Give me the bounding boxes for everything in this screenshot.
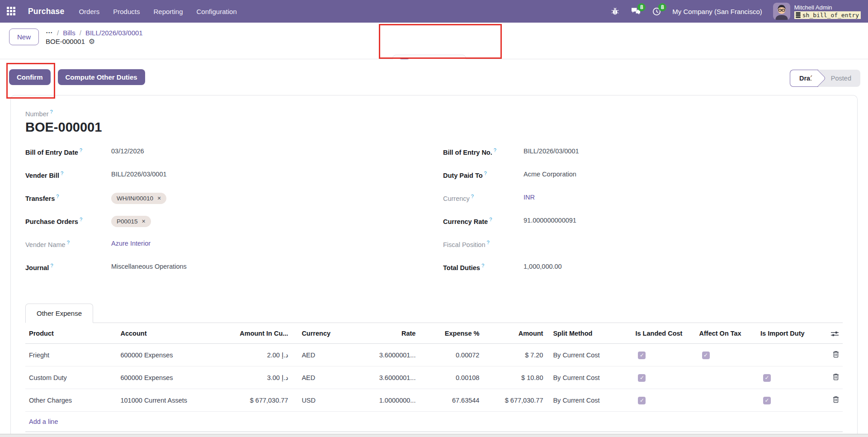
- field-value-vender-name[interactable]: Azure Interior: [111, 239, 151, 247]
- messages-icon[interactable]: 8: [631, 6, 641, 16]
- state-draft[interactable]: Draft: [790, 70, 818, 87]
- cell[interactable]: $ 7.20: [483, 344, 547, 366]
- column-header-account[interactable]: Account: [117, 323, 233, 344]
- expense-row-custom-duty[interactable]: Custom Duty600000 Expenses3.00 د.إAED3.6…: [25, 366, 843, 389]
- tag-remove-icon[interactable]: ×: [157, 195, 161, 201]
- checkbox-checked[interactable]: ✓: [638, 397, 646, 404]
- expense-row-other-charges[interactable]: Other Charges101000 Current Assets$ 677,…: [25, 389, 843, 412]
- field-value-total-duties[interactable]: 1,000,000.00: [524, 262, 562, 270]
- user-menu[interactable]: Mitchell Admin sh_bill_of_entry: [773, 3, 861, 20]
- cell[interactable]: Custom Duty: [25, 366, 117, 389]
- cell[interactable]: By Current Cost: [547, 389, 632, 412]
- tag-p00015[interactable]: P00015×: [111, 216, 151, 227]
- cell-affect-on-tax[interactable]: [696, 366, 757, 389]
- field-value-currency[interactable]: INR: [524, 193, 535, 201]
- column-header-amount-in-cu[interactable]: Amount In Cu...: [233, 323, 292, 344]
- add-line-row: Add a line: [25, 412, 843, 432]
- cell[interactable]: $ 677,030.77: [483, 389, 547, 412]
- delete-row-icon[interactable]: [833, 373, 839, 380]
- cell[interactable]: 1.0000000...: [341, 389, 420, 412]
- number-label: Number?: [25, 109, 843, 118]
- delete-row-icon[interactable]: [833, 396, 839, 403]
- column-header-affect-on-tax[interactable]: Affect On Tax: [696, 323, 757, 344]
- delete-row-icon[interactable]: [833, 351, 839, 358]
- cell-affect-on-tax[interactable]: ✓: [696, 344, 757, 366]
- cell[interactable]: AED: [292, 366, 340, 389]
- breadcrumb-link-bills[interactable]: Bills: [63, 29, 75, 37]
- company-switcher[interactable]: My Company (San Francisco): [672, 8, 762, 15]
- column-header-currency[interactable]: Currency: [292, 323, 340, 344]
- cell[interactable]: AED: [292, 344, 340, 366]
- cell[interactable]: By Current Cost: [547, 344, 632, 366]
- expense-row-frieght[interactable]: Frieght600000 Expenses2.00 د.إAED3.60000…: [25, 344, 843, 366]
- app-name[interactable]: Purchase: [28, 7, 64, 16]
- gear-icon[interactable]: ⚙: [89, 38, 95, 45]
- cell[interactable]: 0.00108: [419, 366, 483, 389]
- tab-other-expense[interactable]: Other Expense: [25, 304, 93, 323]
- tag-wh-in-00010[interactable]: WH/IN/00010×: [111, 193, 166, 204]
- confirm-button[interactable]: Confirm: [9, 69, 51, 85]
- nav-menu-orders[interactable]: Orders: [79, 8, 99, 15]
- column-header-rate[interactable]: Rate: [341, 323, 420, 344]
- nav-menu-reporting[interactable]: Reporting: [153, 8, 183, 15]
- nav-menu-configuration[interactable]: Configuration: [197, 8, 237, 15]
- tag-remove-icon[interactable]: ×: [142, 218, 146, 224]
- cell-delete[interactable]: [822, 389, 843, 412]
- new-button[interactable]: New: [9, 28, 39, 45]
- apps-grid-icon[interactable]: [6, 6, 16, 16]
- cell-is-import-duty[interactable]: ✓: [757, 366, 822, 389]
- cell[interactable]: Frieght: [25, 344, 117, 366]
- messages-count-badge: 8: [637, 3, 646, 11]
- checkbox-checked[interactable]: ✓: [702, 352, 710, 359]
- nav-menu-products[interactable]: Products: [113, 8, 140, 15]
- breadcrumb-link-bill[interactable]: BILL/2026/03/0001: [85, 29, 143, 37]
- column-header-amount[interactable]: Amount: [483, 323, 547, 344]
- cell[interactable]: 600000 Expenses: [117, 344, 233, 366]
- field-value-duty-paid-to[interactable]: Acme Corporation: [524, 170, 576, 178]
- cell[interactable]: 67.63544: [419, 389, 483, 412]
- cell-is-landed-cost[interactable]: ✓: [632, 389, 695, 412]
- cell[interactable]: 3.00 د.إ: [233, 366, 292, 389]
- column-header-product[interactable]: Product: [25, 323, 117, 344]
- column-header-is-import-duty[interactable]: Is Import Duty: [757, 323, 822, 344]
- cell-delete[interactable]: [822, 344, 843, 366]
- cell-affect-on-tax[interactable]: [696, 389, 757, 412]
- cell-is-landed-cost[interactable]: ✓: [632, 366, 695, 389]
- activities-clock-icon[interactable]: 8: [651, 6, 661, 16]
- breadcrumb-ellipsis[interactable]: ⋯: [46, 28, 53, 37]
- field-value-currency-rate[interactable]: 91.000000000091: [524, 216, 576, 224]
- cell[interactable]: $ 677,030.77: [233, 389, 292, 412]
- checkbox-checked[interactable]: ✓: [763, 374, 771, 382]
- column-header-split-method[interactable]: Split Method: [547, 323, 632, 344]
- optional-columns-icon[interactable]: [822, 323, 843, 344]
- add-a-line-link[interactable]: Add a line: [29, 418, 58, 425]
- cell[interactable]: 3.6000001...: [341, 366, 420, 389]
- cell[interactable]: 101000 Current Assets: [117, 389, 233, 412]
- field-value-journal[interactable]: Miscellaneous Operations: [111, 262, 187, 270]
- checkbox-checked[interactable]: ✓: [638, 352, 646, 359]
- cell-delete[interactable]: [822, 366, 843, 389]
- cell[interactable]: By Current Cost: [547, 366, 632, 389]
- cell-is-import-duty[interactable]: ✓: [757, 389, 822, 412]
- cell[interactable]: USD: [292, 389, 340, 412]
- cell[interactable]: $ 10.80: [483, 366, 547, 389]
- debug-bug-icon[interactable]: [610, 6, 620, 16]
- expense-table-header-row: ProductAccountAmount In Cu...CurrencyRat…: [25, 323, 843, 344]
- cell[interactable]: 3.6000001...: [341, 344, 420, 366]
- cell-is-landed-cost[interactable]: ✓: [632, 344, 695, 366]
- column-header-expense[interactable]: Expense %: [419, 323, 483, 344]
- column-header-is-landed-cost[interactable]: Is Landed Cost: [632, 323, 695, 344]
- cell[interactable]: Other Charges: [25, 389, 117, 412]
- activities-count-badge: 8: [658, 3, 666, 11]
- field-value-vender-bill[interactable]: BILL/2026/03/0001: [111, 170, 167, 178]
- cell[interactable]: 600000 Expenses: [117, 366, 233, 389]
- cell-is-import-duty[interactable]: [757, 344, 822, 366]
- checkbox-checked[interactable]: ✓: [638, 374, 646, 382]
- field-value-bill-of-entry-no[interactable]: BILL/2026/03/0001: [524, 147, 579, 155]
- field-value-bill-of-entry-date[interactable]: 03/12/2026: [111, 147, 144, 155]
- window-bottom-strip: [0, 434, 868, 437]
- checkbox-checked[interactable]: ✓: [763, 397, 771, 404]
- cell[interactable]: 0.00072: [419, 344, 483, 366]
- compute-other-duties-button[interactable]: Compute Other Duties: [58, 69, 145, 85]
- cell[interactable]: 2.00 د.إ: [233, 344, 292, 366]
